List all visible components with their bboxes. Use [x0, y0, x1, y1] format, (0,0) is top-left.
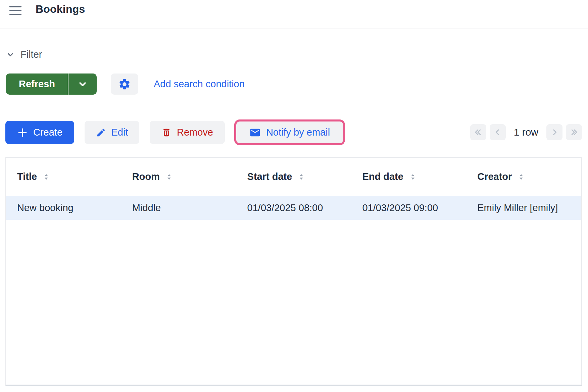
pagination: 1 row: [470, 124, 582, 140]
double-chevron-left-icon: [474, 128, 483, 137]
top-bar: Bookings: [0, 0, 588, 29]
column-header-label: Room: [132, 171, 160, 182]
column-header-label: Start date: [247, 171, 292, 182]
chevron-down-icon: [6, 50, 15, 59]
double-chevron-right-icon: [569, 128, 579, 137]
refresh-button[interactable]: Refresh: [6, 74, 68, 95]
create-button[interactable]: Create: [5, 121, 74, 144]
column-header-creator[interactable]: Creator: [466, 158, 581, 196]
cell-creator: Emily Miller [emily]: [466, 196, 581, 220]
notify-by-email-label: Notify by email: [266, 127, 330, 138]
sort-icon: [517, 173, 526, 181]
plus-icon: [17, 127, 28, 138]
sort-icon: [165, 173, 174, 181]
chevron-down-icon: [78, 79, 88, 89]
envelope-icon: [249, 127, 261, 138]
first-page-button[interactable]: [470, 124, 486, 140]
page-title: Bookings: [36, 3, 85, 15]
sort-icon: [408, 173, 417, 181]
column-header-label: Creator: [477, 171, 512, 182]
remove-button-label: Remove: [177, 127, 213, 138]
refresh-dropdown-button[interactable]: [68, 74, 97, 95]
edit-button-label: Edit: [111, 127, 128, 138]
chevron-left-icon: [493, 128, 502, 137]
edit-button[interactable]: Edit: [85, 121, 139, 144]
hamburger-menu-button[interactable]: [9, 5, 23, 16]
create-button-label: Create: [33, 127, 62, 138]
settings-button[interactable]: [111, 74, 138, 95]
column-header-label: End date: [362, 171, 403, 182]
sort-icon: [42, 173, 51, 181]
notify-by-email-highlight: Notify by email: [234, 119, 345, 145]
bookings-table: Title Room Start date End date Creator N…: [5, 157, 582, 386]
cell-start-date: 01/03/2025 08:00: [236, 196, 351, 220]
filter-label: Filter: [20, 49, 42, 60]
cell-title: New booking: [6, 196, 121, 220]
filter-toggle[interactable]: Filter: [6, 49, 42, 60]
cell-end-date: 01/03/2025 09:00: [351, 196, 466, 220]
pencil-icon: [96, 128, 106, 138]
trash-icon: [161, 128, 172, 138]
remove-button[interactable]: Remove: [150, 121, 225, 144]
table-header-row: Title Room Start date End date Creator: [6, 158, 581, 196]
notify-by-email-button[interactable]: Notify by email: [236, 121, 343, 143]
chevron-right-icon: [550, 128, 559, 137]
cell-room: Middle: [121, 196, 236, 220]
row-count-label: 1 row: [514, 127, 538, 138]
refresh-button-group: Refresh: [6, 74, 97, 95]
column-header-end-date[interactable]: End date: [351, 158, 466, 196]
column-header-title[interactable]: Title: [6, 158, 121, 196]
previous-page-button[interactable]: [490, 124, 506, 140]
next-page-button[interactable]: [546, 124, 562, 140]
gear-icon: [118, 78, 131, 91]
add-search-condition-link[interactable]: Add search condition: [154, 74, 245, 95]
column-header-label: Title: [17, 171, 37, 182]
table-row-selected[interactable]: New booking Middle 01/03/2025 08:00 01/0…: [6, 196, 581, 220]
sort-icon: [297, 173, 306, 181]
last-page-button[interactable]: [566, 124, 582, 140]
hamburger-icon: [9, 6, 21, 7]
column-header-room[interactable]: Room: [121, 158, 236, 196]
column-header-start-date[interactable]: Start date: [236, 158, 351, 196]
